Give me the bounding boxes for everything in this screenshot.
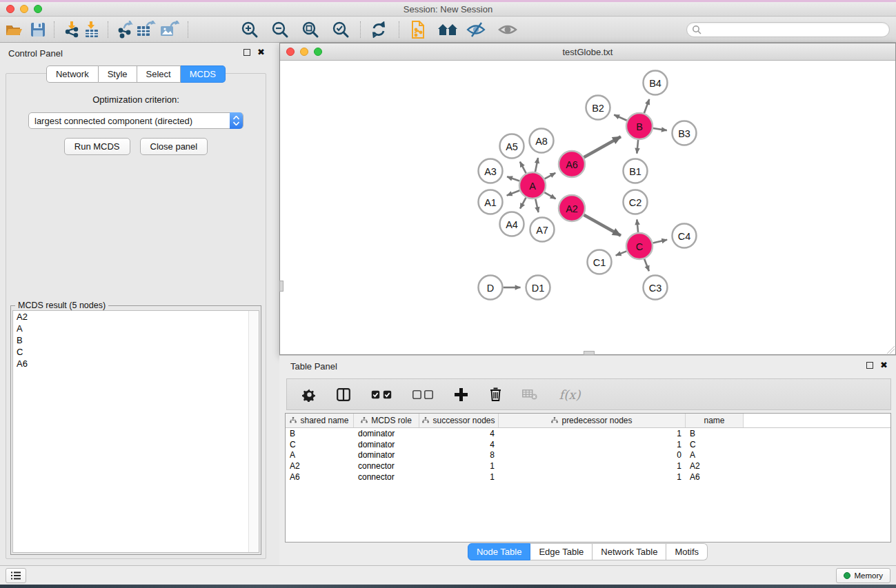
edge-A-A1[interactable] bbox=[507, 190, 520, 195]
tab-network-table[interactable]: Network Table bbox=[593, 543, 666, 560]
table-cell[interactable]: 1 bbox=[499, 472, 686, 482]
table-cell[interactable]: A bbox=[286, 450, 354, 460]
table-cell[interactable]: A2 bbox=[686, 461, 744, 471]
split-grip-left[interactable] bbox=[279, 281, 283, 292]
edge-A2-C[interactable] bbox=[584, 215, 621, 236]
edge-C-C1[interactable] bbox=[616, 251, 627, 255]
memory-button[interactable]: Memory bbox=[836, 568, 890, 583]
delete-table-icon[interactable] bbox=[521, 386, 538, 403]
edge-C-C3[interactable] bbox=[644, 259, 649, 272]
table-settings-icon[interactable] bbox=[301, 386, 317, 403]
resize-corner[interactable] bbox=[886, 345, 895, 354]
table-cell[interactable]: A6 bbox=[686, 472, 744, 482]
zoom-out-icon[interactable] bbox=[271, 21, 289, 39]
search-input[interactable] bbox=[686, 22, 890, 37]
function-builder-icon[interactable]: f(x) bbox=[556, 386, 584, 403]
edge-B-B1[interactable] bbox=[637, 140, 638, 154]
delete-column-icon[interactable] bbox=[487, 386, 504, 403]
edge-B-B4[interactable] bbox=[644, 99, 649, 113]
table-row[interactable]: A6connector11A6 bbox=[286, 472, 890, 483]
create-column-icon[interactable] bbox=[452, 386, 469, 403]
edge-A-A3[interactable] bbox=[507, 176, 519, 181]
table-cell[interactable]: 1 bbox=[499, 429, 686, 438]
table-cell[interactable]: 8 bbox=[419, 450, 499, 460]
edge-C-C4[interactable] bbox=[653, 240, 667, 243]
table-cell[interactable]: C bbox=[286, 440, 354, 449]
table-cell[interactable]: 1 bbox=[419, 472, 499, 482]
close-table-panel-icon[interactable]: ✖ bbox=[880, 362, 888, 369]
edge-A-A5[interactable] bbox=[520, 162, 526, 174]
table-row[interactable]: Bdominator41B bbox=[286, 428, 890, 439]
column-header-name[interactable]: name bbox=[686, 414, 744, 427]
edge-C-C2[interactable] bbox=[637, 219, 638, 232]
save-session-icon[interactable] bbox=[30, 22, 46, 37]
zoom-fit-icon[interactable] bbox=[301, 21, 319, 39]
table-cell[interactable]: A2 bbox=[286, 461, 354, 471]
table-cell[interactable]: 1 bbox=[419, 461, 499, 471]
birds-eye-view-icon[interactable] bbox=[498, 21, 517, 38]
refresh-icon[interactable] bbox=[370, 21, 387, 38]
edge-B-B3[interactable] bbox=[653, 128, 667, 130]
result-scrollbar[interactable] bbox=[248, 311, 259, 552]
edge-A-A2[interactable] bbox=[544, 192, 555, 199]
edge-A-A8[interactable] bbox=[535, 158, 538, 172]
import-table-icon[interactable] bbox=[83, 21, 101, 39]
close-panel-icon[interactable]: ✖ bbox=[257, 49, 265, 56]
table-cell[interactable]: C bbox=[686, 440, 744, 449]
mcds-result-item[interactable]: C bbox=[13, 346, 259, 358]
export-image-icon[interactable] bbox=[160, 21, 179, 39]
table-cell[interactable]: dominator bbox=[354, 440, 419, 449]
table-cell[interactable]: dominator bbox=[354, 429, 419, 438]
float-panel-icon[interactable] bbox=[243, 49, 250, 56]
import-network-icon[interactable] bbox=[63, 21, 81, 39]
zoom-in-icon[interactable] bbox=[241, 21, 259, 39]
network-graph[interactable]: B4B2BB3A8A5A6A3B1AA1C2A2A4A7C4CC1C3DD1 bbox=[280, 61, 895, 354]
zoom-selected-icon[interactable] bbox=[332, 21, 350, 39]
table-cell[interactable]: connector bbox=[354, 461, 419, 471]
mcds-result-item[interactable]: A6 bbox=[13, 358, 259, 369]
table-cell[interactable]: connector bbox=[354, 472, 419, 482]
column-header-predecessor-nodes[interactable]: predecessor nodes bbox=[499, 414, 686, 427]
column-header-shared-name[interactable]: shared name bbox=[286, 414, 354, 427]
edge-A-A6[interactable] bbox=[545, 173, 556, 179]
tab-motifs[interactable]: Motifs bbox=[666, 543, 708, 560]
mcds-result-item[interactable]: A2 bbox=[13, 311, 259, 323]
table-cell[interactable]: B bbox=[686, 429, 744, 438]
tab-network[interactable]: Network bbox=[46, 65, 99, 83]
table-cell[interactable]: A6 bbox=[286, 472, 354, 482]
table-row[interactable]: Cdominator41C bbox=[286, 439, 890, 450]
edge-A-A4[interactable] bbox=[520, 198, 526, 209]
edge-A-A7[interactable] bbox=[535, 199, 538, 213]
close-panel-button[interactable]: Close panel bbox=[140, 138, 208, 155]
tab-mcds[interactable]: MCDS bbox=[181, 65, 226, 83]
table-cell[interactable]: 1 bbox=[499, 461, 686, 471]
mcds-result-item[interactable]: B bbox=[13, 334, 259, 346]
tab-select[interactable]: Select bbox=[137, 65, 181, 83]
run-mcds-button[interactable]: Run MCDS bbox=[64, 138, 130, 155]
table-row[interactable]: Adominator80A bbox=[286, 449, 890, 460]
tab-style[interactable]: Style bbox=[99, 65, 137, 83]
tab-edge-table[interactable]: Edge Table bbox=[530, 543, 593, 560]
table-cell[interactable]: 4 bbox=[419, 429, 499, 438]
float-table-panel-icon[interactable] bbox=[866, 362, 873, 369]
first-neighbors-icon[interactable] bbox=[437, 22, 458, 37]
table-cell[interactable]: A bbox=[686, 450, 744, 460]
table-row[interactable]: A2connector11A2 bbox=[286, 460, 890, 472]
criterion-select[interactable]: largest connected component (directed) bbox=[28, 112, 243, 129]
network-window-titlebar[interactable]: testGlobe.txt bbox=[280, 43, 895, 61]
select-all-columns-icon[interactable] bbox=[370, 386, 393, 403]
show-column-panel-icon[interactable] bbox=[335, 386, 352, 403]
edge-B-B2[interactable] bbox=[614, 114, 627, 120]
table-cell[interactable]: 1 bbox=[499, 440, 686, 449]
table-cell[interactable]: 0 bbox=[499, 450, 686, 460]
show-panels-button[interactable] bbox=[6, 568, 26, 583]
new-network-from-selection-icon[interactable] bbox=[410, 20, 426, 39]
network-canvas[interactable]: B4B2BB3A8A5A6A3B1AA1C2A2A4A7C4CC1C3DD1 bbox=[280, 61, 895, 354]
show-graphics-details-icon[interactable] bbox=[466, 21, 486, 38]
unselect-all-columns-icon[interactable] bbox=[411, 386, 435, 403]
table-cell[interactable]: 4 bbox=[419, 440, 499, 449]
table-cell[interactable]: B bbox=[286, 429, 354, 438]
tab-node-table[interactable]: Node Table bbox=[468, 543, 531, 560]
edge-A6-B[interactable] bbox=[584, 136, 621, 157]
column-header-mcds-role[interactable]: MCDS role bbox=[354, 414, 419, 427]
